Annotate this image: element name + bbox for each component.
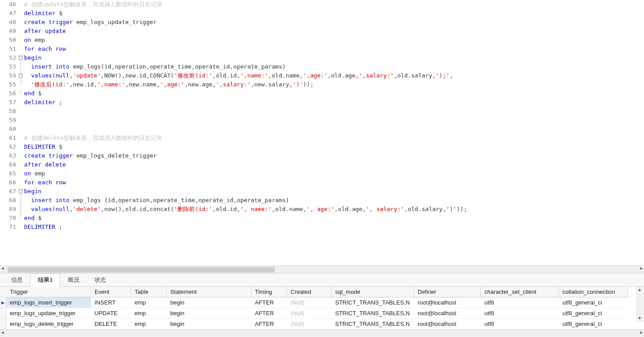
results-tab[interactable]: 信息 [4, 273, 30, 286]
line-number: 68 [0, 196, 16, 205]
grid-cell[interactable]: INSERT [91, 297, 131, 308]
grid-cell[interactable]: emp [131, 297, 167, 308]
fold-cell [19, 98, 24, 107]
grid-cell[interactable]: AFTER [251, 319, 287, 329]
results-tabs: 信息结果1概况状态 [0, 273, 644, 287]
code-line[interactable]: DELIMITER $ [24, 142, 644, 151]
fold-column[interactable]: −−− [19, 0, 24, 265]
grid-cell[interactable]: DELETE [91, 319, 131, 329]
code-line[interactable]: after update [24, 27, 644, 36]
code-token: ',age:' [303, 72, 328, 79]
row-header[interactable] [0, 308, 6, 319]
grid-cell[interactable]: (Null) [287, 319, 332, 329]
code-line[interactable]: end $ [24, 214, 644, 223]
code-token: create trigger [24, 19, 73, 25]
grid-cell[interactable]: utf8 [481, 297, 559, 308]
grid-cell[interactable]: emp_logs_insert_trigger [6, 297, 91, 308]
code-token: end [24, 215, 34, 221]
fold-cell[interactable]: − [19, 187, 24, 196]
fold-toggle-icon[interactable]: − [19, 56, 23, 60]
row-header[interactable]: ▶ [0, 297, 6, 308]
code-line[interactable]: create trigger emp_logs_delete_trigger [24, 151, 644, 160]
code-line[interactable] [24, 116, 644, 125]
code-token: on [24, 37, 31, 43]
results-tab[interactable]: 状态 [87, 273, 114, 286]
code-line[interactable]: on emp [24, 169, 644, 178]
code-content[interactable]: # 创建update型触发器，完成插入数据时的日志记录delimiter $cr… [24, 0, 644, 265]
column-header[interactable]: collation_connection [559, 287, 628, 297]
editor-horizontal-scrollbar[interactable]: ► [0, 265, 644, 273]
grid-cell[interactable]: utf8_general_ci [559, 297, 628, 308]
grid-cell[interactable]: root@localhost [414, 297, 481, 308]
column-header[interactable]: sql_mode [332, 287, 414, 297]
grid-cell[interactable]: utf8_general_ci [559, 308, 628, 319]
fold-toggle-icon[interactable]: − [19, 189, 23, 193]
code-line[interactable]: '修改后(id:',new.id,',name:',new.name,',age… [24, 80, 644, 89]
grid-cell[interactable]: AFTER [251, 297, 287, 308]
column-header[interactable]: Timing [251, 287, 287, 297]
code-token: emp_logs (id,operation,operate_time,oper… [70, 197, 289, 203]
results-tab[interactable]: 概况 [60, 273, 87, 286]
code-line[interactable]: end $ [24, 89, 644, 98]
code-line[interactable]: after delete [24, 160, 644, 169]
grid-vertical-scrollbar[interactable] [636, 287, 644, 322]
grid-cell[interactable]: emp [131, 308, 167, 319]
code-line[interactable] [24, 107, 644, 116]
code-line[interactable]: insert into emp_logs (id,operation,opera… [24, 196, 644, 205]
grid-cell[interactable]: emp_logs_update_trigger [6, 308, 91, 319]
code-editor[interactable]: 4647484950515253545556575859606162636465… [0, 0, 644, 265]
grid-cell[interactable]: utf8 [481, 319, 559, 329]
grid-cell[interactable]: utf8_general_ci [559, 319, 628, 329]
column-header[interactable]: Table [131, 287, 167, 297]
code-token: ,old.id, [213, 72, 241, 79]
code-token: null [55, 206, 69, 212]
grid-cell[interactable]: root@localhost [414, 308, 481, 319]
grid-cell[interactable]: AFTER [251, 308, 287, 319]
column-header[interactable]: Statement [167, 287, 251, 297]
column-header[interactable]: Definer [414, 287, 481, 297]
code-line[interactable]: begin [24, 53, 644, 62]
code-token: ,new.age, [185, 81, 216, 88]
column-header[interactable]: Created [287, 287, 332, 297]
grid-cell[interactable]: begin [167, 308, 251, 319]
grid-cell[interactable]: emp_logs_delete_trigger [6, 319, 91, 329]
results-tab[interactable]: 结果1 [30, 273, 60, 287]
fold-cell[interactable]: − [19, 53, 24, 62]
code-line[interactable]: on emp [24, 36, 644, 45]
column-header[interactable]: character_set_client [481, 287, 559, 297]
code-line[interactable]: DELIMITER ; [24, 223, 644, 231]
line-number: 66 [0, 178, 16, 187]
grid-cell[interactable]: (Null) [287, 297, 332, 308]
grid-cell[interactable]: begin [167, 297, 251, 308]
fold-cell [19, 107, 24, 116]
results-grid[interactable]: TriggerEventTableStatementTimingCreateds… [0, 287, 644, 329]
code-line[interactable] [24, 125, 644, 134]
code-line[interactable]: for each row [24, 178, 644, 187]
code-line[interactable]: values(null,'update',NOW(),new.id,CONCAT… [24, 71, 644, 80]
grid-cell[interactable]: STRICT_TRANS_TABLES,N [332, 297, 414, 308]
code-line[interactable]: insert into emp_logs(id,operation,operat… [24, 62, 644, 71]
grid-cell[interactable]: utf8 [481, 308, 559, 319]
grid-cell[interactable]: (Null) [287, 308, 332, 319]
code-line[interactable]: # 创建delete型触发器，完成插入数据时的日志记录 [24, 134, 644, 142]
column-header[interactable]: Event [91, 287, 131, 297]
fold-toggle-icon[interactable]: − [19, 73, 23, 77]
code-line[interactable]: create trigger emp_logs_update_trigger [24, 18, 644, 27]
column-header[interactable]: Trigger [6, 287, 91, 297]
grid-cell[interactable]: root@localhost [414, 319, 481, 329]
code-token: end [24, 90, 34, 97]
code-line[interactable]: for each row [24, 45, 644, 53]
grid-cell[interactable]: begin [167, 319, 251, 329]
grid-horizontal-scrollbar[interactable] [0, 329, 644, 337]
fold-cell[interactable]: − [19, 71, 24, 80]
row-header[interactable] [0, 319, 6, 329]
grid-cell[interactable]: emp [131, 319, 167, 329]
code-line[interactable]: # 创建update型触发器，完成插入数据时的日志记录 [24, 0, 644, 9]
code-line[interactable]: delimiter ; [24, 98, 644, 107]
code-line[interactable]: begin [24, 187, 644, 196]
grid-cell[interactable]: STRICT_TRANS_TABLES,N [332, 319, 414, 329]
code-line[interactable]: delimiter $ [24, 9, 644, 18]
grid-cell[interactable]: UPDATE [91, 308, 131, 319]
code-line[interactable]: values(null,'delete',now(),old.id,concat… [24, 205, 644, 214]
grid-cell[interactable]: STRICT_TRANS_TABLES,N [332, 308, 414, 319]
